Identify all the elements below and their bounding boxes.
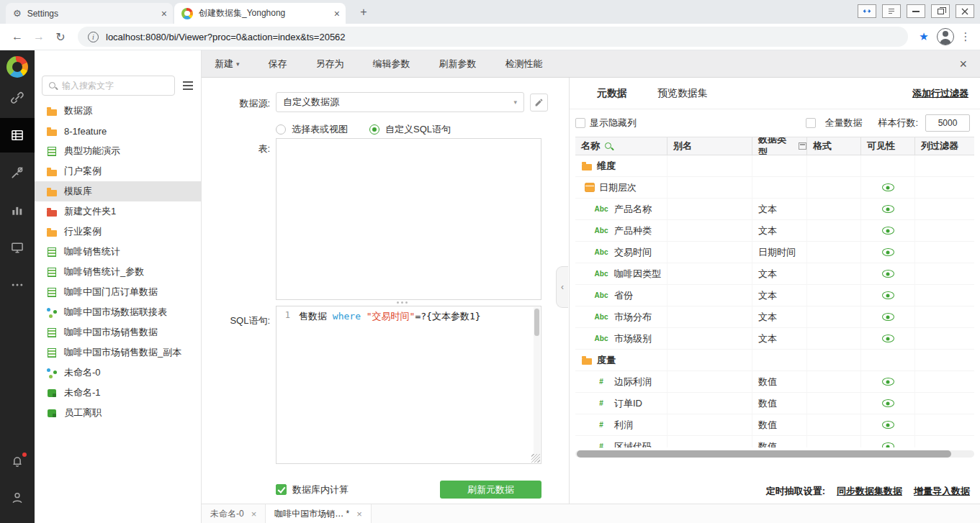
meta-row-8[interactable]: Abc市场级别文本 xyxy=(575,328,974,350)
radio-custom-sql[interactable] xyxy=(369,124,379,135)
tree-item-9[interactable]: 咖啡中国门店订单数据 xyxy=(35,282,201,302)
incremental-import-link[interactable]: 增量导入数据 xyxy=(914,485,970,498)
refresh-metadata-button[interactable]: 刷新元数据 xyxy=(440,481,541,499)
minimize-button[interactable] xyxy=(907,4,925,18)
show-hidden-checkbox[interactable] xyxy=(575,118,585,128)
notification-bell-icon[interactable] xyxy=(10,454,24,470)
tree-item-0[interactable]: 数据源 xyxy=(35,101,201,121)
close-icon[interactable]: × xyxy=(251,509,257,519)
meta-row-6[interactable]: Abc省份文本 xyxy=(575,285,974,306)
sample-rows-input[interactable] xyxy=(925,114,970,132)
toolbar-check-performance-button[interactable]: 检测性能 xyxy=(505,58,543,71)
profile-avatar[interactable] xyxy=(937,28,954,45)
toolbar-edit-params-button[interactable]: 编辑参数 xyxy=(373,58,410,71)
datasource-select[interactable]: 自定义数据源 ▾ xyxy=(276,92,524,112)
eye-icon[interactable] xyxy=(882,270,894,278)
meta-row-1[interactable]: 日期层次 xyxy=(575,177,974,199)
reload-button[interactable]: ↻ xyxy=(50,30,71,44)
edit-datasource-button[interactable] xyxy=(530,94,548,112)
full-data-checkbox[interactable] xyxy=(806,118,816,128)
tree-item-14[interactable]: 未命名-1 xyxy=(35,383,201,403)
eye-icon[interactable] xyxy=(882,183,894,191)
nav-connections[interactable] xyxy=(0,81,35,115)
tree-item-3[interactable]: 门户案例 xyxy=(35,161,201,181)
nav-datasets[interactable] xyxy=(0,118,35,153)
meta-row-9[interactable]: 度量 xyxy=(575,350,974,371)
eye-icon[interactable] xyxy=(882,313,894,321)
eye-icon[interactable] xyxy=(882,442,894,447)
info-icon[interactable]: i xyxy=(88,32,99,42)
meta-row-10[interactable]: #边际利润数值 xyxy=(575,371,974,393)
horizontal-scrollbar[interactable] xyxy=(575,450,974,458)
restore-button[interactable] xyxy=(931,4,950,18)
meta-row-11[interactable]: #订单ID数值 xyxy=(575,393,974,414)
tree-item-15[interactable]: 员工离职 xyxy=(35,403,201,423)
table-list-box[interactable] xyxy=(276,138,541,300)
eye-icon[interactable] xyxy=(882,421,894,429)
tree-item-11[interactable]: 咖啡中国市场销售数据 xyxy=(35,322,201,342)
collapse-panel-button[interactable]: ‹ xyxy=(556,266,568,308)
scrollbar-thumb[interactable] xyxy=(534,309,539,336)
toolbar-refresh-params-button[interactable]: 刷新参数 xyxy=(439,58,477,71)
tree-menu-icon[interactable] xyxy=(181,79,195,92)
vertical-scrollbar[interactable] xyxy=(534,307,540,463)
meta-row-5[interactable]: Abc咖啡因类型文本 xyxy=(575,263,974,285)
url-bar[interactable]: i localhost:8080/bi/Viewer?proc=0&action… xyxy=(78,27,908,47)
bookmark-star-icon[interactable]: ★ xyxy=(915,30,932,43)
tree-item-2[interactable]: 典型功能演示 xyxy=(35,141,201,161)
scrollbar-thumb[interactable] xyxy=(577,450,951,458)
meta-row-4[interactable]: Abc交易时间日期时间 xyxy=(575,242,974,263)
user-profile-icon[interactable] xyxy=(10,491,24,507)
eye-icon[interactable] xyxy=(882,378,894,386)
close-icon[interactable]: × xyxy=(161,9,167,19)
tree-item-8[interactable]: 咖啡销售统计_参数 xyxy=(35,262,201,282)
forward-button[interactable]: → xyxy=(29,30,49,43)
close-dataset-button[interactable]: × xyxy=(959,58,967,71)
nav-dashboards[interactable] xyxy=(0,230,35,265)
close-icon[interactable]: × xyxy=(356,509,362,519)
bottom-tab-0[interactable]: 未命名-0 × xyxy=(202,504,266,523)
eye-icon[interactable] xyxy=(882,399,894,407)
toolbar-save-as-button[interactable]: 另存为 xyxy=(316,58,344,71)
meta-row-12[interactable]: #利润数值 xyxy=(575,414,974,436)
tree-item-10[interactable]: 咖啡中国市场数据联接表 xyxy=(35,302,201,322)
add-row-filter-link[interactable]: 添加行过滤器 xyxy=(912,87,968,100)
bottom-tab-1[interactable]: 咖啡中国市场销… * × xyxy=(266,504,372,523)
search-input[interactable] xyxy=(62,81,168,91)
eye-icon[interactable] xyxy=(882,248,894,256)
nav-more-icon[interactable] xyxy=(0,268,35,302)
tree-item-13[interactable]: 未命名-0 xyxy=(35,363,201,383)
sql-editor[interactable]: 1 售数据 where "交易时间"=?{文本参数1} xyxy=(276,306,541,464)
tab-preview-dataset[interactable]: 预览数据集 xyxy=(657,87,708,100)
resize-handle[interactable] xyxy=(387,300,416,305)
meta-row-0[interactable]: 维度 xyxy=(575,155,974,177)
notes-icon[interactable] xyxy=(882,4,901,18)
new-tab-button[interactable]: + xyxy=(356,4,372,20)
tree-item-6[interactable]: 行业案例 xyxy=(35,222,201,242)
close-window-button[interactable] xyxy=(956,4,974,18)
meta-row-3[interactable]: Abc产品种类文本 xyxy=(575,220,974,242)
meta-row-7[interactable]: Abc市场分布文本 xyxy=(575,306,974,328)
toolbar-save-button[interactable]: 保存 xyxy=(269,58,287,71)
toolbar-new-button[interactable]: 新建 ▾ xyxy=(215,58,240,71)
meta-row-2[interactable]: Abc产品名称文本 xyxy=(575,199,974,220)
tree-item-12[interactable]: 咖啡中国市场销售数据_副本 xyxy=(35,342,201,363)
eye-icon[interactable] xyxy=(882,205,894,213)
nav-charts[interactable] xyxy=(0,193,35,227)
tree-item-1[interactable]: 8-1feature xyxy=(35,121,201,141)
tree-item-5[interactable]: 新建文件夹1 xyxy=(35,201,201,222)
sync-dataset-link[interactable]: 同步数据集数据 xyxy=(837,485,902,498)
radio-select-table[interactable] xyxy=(276,124,286,135)
column-search-icon[interactable] xyxy=(604,142,613,151)
in-db-compute-checkbox[interactable] xyxy=(276,484,287,495)
browser-menu-icon[interactable]: ⋮ xyxy=(958,30,973,43)
eye-icon[interactable] xyxy=(882,335,894,342)
tree-item-4[interactable]: 模版库 xyxy=(35,181,201,201)
browser-tab-dataset[interactable]: 创建数据集_Yonghong × xyxy=(174,3,346,24)
tree-search-box[interactable] xyxy=(42,76,175,96)
meta-row-13[interactable]: #区域代码数值 xyxy=(575,436,974,447)
tree-item-7[interactable]: 咖啡销售统计 xyxy=(35,242,201,262)
close-icon[interactable]: × xyxy=(334,9,340,19)
browser-tab-settings[interactable]: ⚙ Settings × xyxy=(6,3,173,24)
side-panel-icon[interactable] xyxy=(858,4,876,18)
